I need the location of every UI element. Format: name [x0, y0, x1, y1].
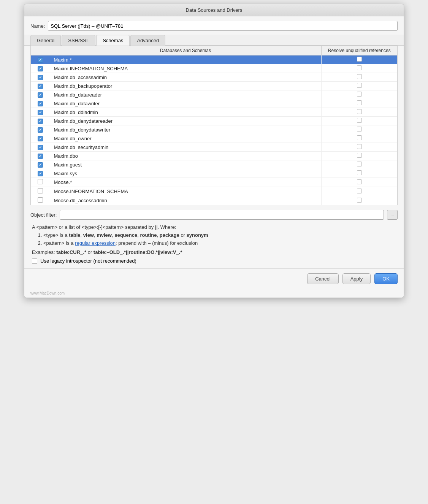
row-resolve-14[interactable]: [357, 179, 362, 184]
tabs-row: General SSH/SSL Schemas Advanced: [24, 35, 404, 46]
examples-row: Examples: table:CUR_.* or table:–OLD_.*|…: [30, 249, 398, 255]
table-row: Maxim.db_ddladmin: [31, 108, 397, 117]
row-checkbox-7[interactable]: [38, 119, 43, 124]
table-row: Moose.*: [31, 178, 397, 187]
table-row: Maxim.INFORMATION_SCHEMA: [31, 64, 397, 73]
row-checkbox-4[interactable]: [38, 92, 43, 98]
row-name-4: Maxim.db_datareader: [50, 90, 321, 99]
row-resolve-4[interactable]: [357, 92, 362, 97]
object-filter-row: Object filter: ...: [30, 210, 398, 220]
row-checkbox-15[interactable]: [38, 188, 43, 193]
tab-general[interactable]: General: [30, 35, 61, 46]
row-resolve-12[interactable]: [357, 162, 362, 166]
row-resolve-7[interactable]: [357, 118, 362, 123]
tab-ssh[interactable]: SSH/SSL: [62, 35, 95, 46]
row-checkbox-14[interactable]: [38, 179, 43, 184]
row-name-14: Moose.*: [50, 178, 321, 187]
row-name-10: Maxim.db_securityadmin: [50, 143, 321, 152]
name-input[interactable]: [48, 21, 398, 31]
row-name-0: Maxim.*: [50, 55, 321, 64]
row-checkbox-3[interactable]: [38, 84, 43, 89]
table-row: Maxim.db_datawriter: [31, 99, 397, 108]
row-resolve-16[interactable]: [357, 198, 362, 203]
row-resolve-5[interactable]: [357, 100, 362, 105]
row-resolve-11[interactable]: [357, 153, 362, 158]
row-name-7: Maxim.db_denydatareader: [50, 117, 321, 125]
help-item1: <type> is a table, view, mview, sequence…: [43, 231, 396, 239]
tab-schemas[interactable]: Schemas: [96, 35, 130, 46]
table-row: Maxim.dbo: [31, 152, 397, 160]
main-window: Data Sources and Drivers Name: General S…: [24, 4, 404, 298]
row-resolve-6[interactable]: [357, 109, 362, 114]
cancel-button[interactable]: Cancel: [307, 273, 338, 284]
table-row: Moose.db_accessadmin: [31, 196, 397, 205]
row-checkbox-12[interactable]: [38, 162, 43, 168]
row-name-3: Maxim.db_backupoperator: [50, 82, 321, 90]
row-name-16: Moose.db_accessadmin: [50, 196, 321, 205]
row-checkbox-11[interactable]: [38, 154, 43, 159]
row-name-2: Maxim.db_accessadmin: [50, 73, 321, 82]
apply-button[interactable]: Apply: [342, 273, 371, 284]
row-name-5: Maxim.db_datawriter: [50, 99, 321, 108]
row-resolve-15[interactable]: [357, 189, 362, 193]
row-checkbox-10[interactable]: [38, 145, 43, 150]
name-row: Name:: [24, 16, 404, 35]
row-checkbox-9[interactable]: [38, 136, 43, 141]
row-resolve-2[interactable]: [357, 74, 362, 79]
row-checkbox-1[interactable]: [38, 66, 43, 71]
bottom-section: Object filter: ... A <pattern> or a list…: [24, 205, 404, 268]
row-checkbox-13[interactable]: [38, 171, 43, 176]
row-name-15: Moose.INFORMATION_SCHEMA: [50, 187, 321, 196]
row-checkbox-6[interactable]: [38, 110, 43, 115]
row-checkbox-2[interactable]: [38, 75, 43, 80]
buttons-row: Cancel Apply OK: [24, 268, 404, 290]
object-filter-input[interactable]: [60, 210, 384, 220]
help-line1: A <pattern> or a list of <type>:[-]<patt…: [32, 223, 396, 231]
table-row: Maxim.db_datareader: [31, 90, 397, 99]
regular-expression-link[interactable]: regular expression: [75, 240, 116, 246]
row-checkbox-5[interactable]: [38, 101, 43, 106]
table-row: Moose.INFORMATION_SCHEMA: [31, 187, 397, 196]
table-row: Maxim.db_securityadmin: [31, 143, 397, 152]
table-row: Maxim.db_backupoperator: [31, 82, 397, 90]
row-name-13: Maxim.sys: [50, 169, 321, 178]
table-row: Maxim.db_denydatawriter: [31, 125, 397, 134]
row-resolve-10[interactable]: [357, 144, 362, 149]
col-header-databases: Databases and Schemas: [50, 46, 321, 55]
col-header-check: [31, 46, 50, 55]
legacy-label: Use legacy introspector (not recommended…: [40, 258, 136, 264]
row-resolve-9[interactable]: [357, 135, 362, 140]
row-resolve-3[interactable]: [357, 83, 362, 88]
col-header-resolve: Resolve unqualified references: [321, 46, 397, 55]
help-text: A <pattern> or a list of <type>:[-]<patt…: [30, 223, 398, 247]
schemas-table: Databases and Schemas Resolve unqualifie…: [31, 46, 397, 205]
row-name-8: Maxim.db_denydatawriter: [50, 125, 321, 134]
row-name-12: Maxim.guest: [50, 160, 321, 169]
row-name-6: Maxim.db_ddladmin: [50, 108, 321, 117]
row-resolve-8[interactable]: [357, 127, 362, 132]
help-item2: <pattern> is a regular expression; prepe…: [43, 239, 396, 247]
row-name-1: Maxim.INFORMATION_SCHEMA: [50, 64, 321, 73]
object-filter-label: Object filter:: [30, 212, 57, 218]
row-name-9: Maxim.db_owner: [50, 134, 321, 143]
legacy-row: Use legacy introspector (not recommended…: [30, 258, 398, 264]
table-row: Maxim.db_accessadmin: [31, 73, 397, 82]
tab-advanced[interactable]: Advanced: [130, 35, 165, 46]
row-resolve-13[interactable]: [357, 170, 362, 175]
row-resolve-0[interactable]: [357, 57, 362, 62]
legacy-checkbox[interactable]: [32, 258, 37, 264]
row-checkbox-16[interactable]: [38, 197, 43, 203]
table-row: Maxim.guest: [31, 160, 397, 169]
row-resolve-1[interactable]: [357, 65, 362, 70]
table-row: Maxim.*: [31, 55, 397, 64]
row-checkbox-0[interactable]: [38, 57, 43, 63]
object-filter-btn[interactable]: ...: [387, 210, 398, 220]
ok-button[interactable]: OK: [374, 273, 398, 284]
title-bar: Data Sources and Drivers: [24, 4, 404, 16]
table-row: Maxim.db_denydatareader: [31, 117, 397, 125]
name-label: Name:: [30, 23, 45, 29]
table-row: Maxim.sys: [31, 169, 397, 178]
table-row: Maxim.db_owner: [31, 134, 397, 143]
window-title: Data Sources and Drivers: [186, 7, 243, 13]
row-checkbox-8[interactable]: [38, 127, 43, 133]
